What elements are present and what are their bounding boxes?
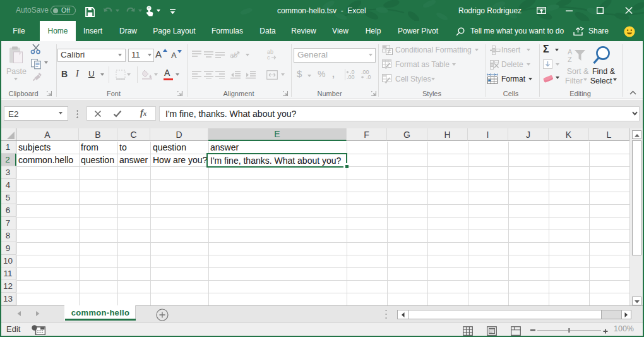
svg-text:c: c <box>267 54 270 60</box>
svg-text:Z: Z <box>568 56 572 63</box>
svg-text:A: A <box>568 48 573 56</box>
svg-text:ab: ab <box>230 51 237 59</box>
svg-text:.0: .0 <box>350 70 355 75</box>
svg-text:.0: .0 <box>366 74 371 80</box>
